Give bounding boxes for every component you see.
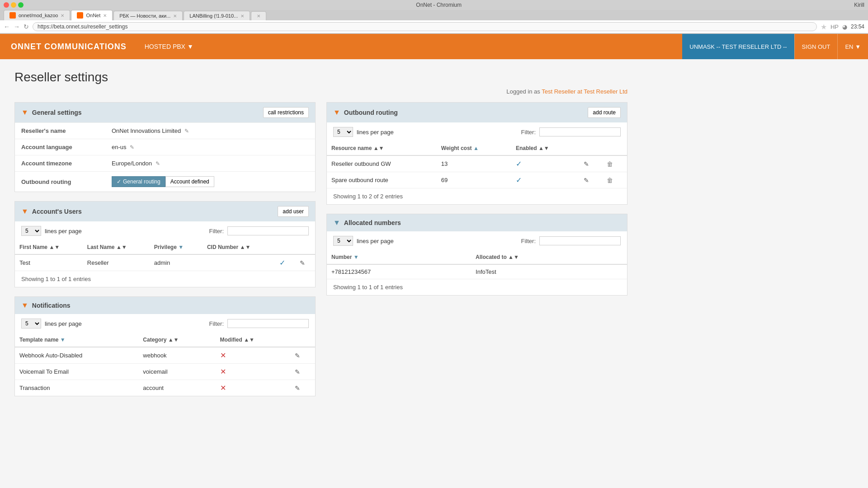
two-col-layout: ▼ General settings call restrictions Res… (14, 102, 627, 405)
table-row: Webhook Auto-Disabled webhook ✕ ✎ (15, 347, 315, 364)
number-value: +78121234567 (327, 264, 471, 279)
col-weight-cost-label: Weight cost (441, 145, 472, 151)
col-modified: Modified ▲▼ (216, 333, 291, 347)
route-edit-action[interactable]: ✎ (579, 155, 602, 172)
settings-row-language: Account language en-us ✎ (15, 139, 315, 155)
outbound-routing-table-header: Resource name ▲▼ Weight cost ▲ Enabled ▲… (327, 141, 627, 155)
add-user-button[interactable]: add user (278, 206, 309, 217)
back-button[interactable]: ← (4, 23, 10, 30)
notifications-section: ▼ Notifications 5 10 25 lines per page F… (14, 296, 316, 396)
col-weight-cost-sort[interactable]: ▲ (473, 145, 479, 151)
browser-user: Kirill (854, 2, 864, 8)
edit-notif-icon[interactable]: ✎ (295, 368, 300, 375)
col-template-name-sort[interactable]: ▼ (60, 337, 66, 343)
table-row: Spare outbound route 69 ✓ ✎ 🗑 (327, 172, 627, 188)
allocated-numbers-showing-text: Showing 1 to 1 of 1 entries (327, 279, 627, 295)
maximize-button[interactable] (18, 2, 24, 8)
tab-2-close[interactable]: ✕ (103, 13, 107, 18)
col-notif-actions (290, 333, 315, 347)
minimize-button[interactable] (11, 2, 16, 8)
col-first-name-sort[interactable]: ▲▼ (49, 244, 60, 250)
allocated-numbers-table-header: Number ▼ Allocated to ▲▼ (327, 250, 627, 264)
bookmark-icon[interactable]: ★ (821, 23, 827, 31)
notifications-header: ▼ Notifications (15, 297, 315, 314)
allocated-numbers-body: 5 10 25 lines per page Filter: Number (327, 231, 627, 295)
tab-3-close[interactable]: ✕ (173, 14, 177, 19)
browser-tabs: onnet/mod_kazoo ✕ OnNet ✕ РБК — Новости,… (0, 10, 868, 20)
col-weight-cost: Weight cost ▲ (437, 141, 511, 155)
users-table-header: First Name ▲▼ Last Name ▲▼ Privilege ▼ (15, 240, 315, 254)
browser-window-controls[interactable] (4, 2, 24, 8)
wifi-icon: ◕ (842, 23, 847, 30)
user-edit-action[interactable]: ✎ (295, 254, 315, 271)
outbound-routing-filter-input[interactable] (539, 127, 621, 136)
lang-chevron-icon: ▼ (855, 43, 861, 50)
route-edit-action[interactable]: ✎ (579, 172, 602, 188)
call-restrictions-button[interactable]: call restrictions (263, 107, 309, 118)
general-routing-button[interactable]: ✓ General routing (112, 176, 165, 187)
check-icon: ✓ (279, 259, 285, 267)
allocated-numbers-filter-input[interactable] (539, 236, 621, 245)
tab-4[interactable]: LANBilling (!1.9-010... ✕ (184, 11, 250, 20)
notifications-lines-per-page-select[interactable]: 5 10 25 (21, 319, 41, 328)
edit-user-icon[interactable]: ✎ (300, 259, 305, 267)
app-nav: HOSTED PBX ▼ (137, 39, 201, 54)
col-enabled-sort[interactable]: ▲▼ (538, 145, 549, 151)
delete-route-icon[interactable]: 🗑 (607, 160, 613, 168)
delete-route-icon[interactable]: 🗑 (607, 177, 613, 184)
forward-button[interactable]: → (14, 23, 20, 30)
notif-edit-action[interactable]: ✎ (290, 364, 315, 380)
tab-3[interactable]: РБК — Новости, аки... ✕ (113, 11, 183, 20)
tab-2[interactable]: OnNet ✕ (71, 10, 113, 20)
route-delete-action[interactable]: 🗑 (602, 155, 627, 172)
col-resource-name-sort[interactable]: ▲▼ (373, 145, 384, 151)
nav-hosted-pbx[interactable]: HOSTED PBX ▼ (137, 39, 201, 54)
allocated-numbers-lines-select[interactable]: 5 10 25 (333, 236, 353, 246)
col-cid-number-sort[interactable]: ▲▼ (240, 244, 251, 250)
col-or-delete (602, 141, 627, 155)
col-number: Number ▼ (327, 250, 471, 264)
edit-account-timezone-icon[interactable]: ✎ (156, 160, 160, 167)
users-filter-input[interactable] (227, 226, 309, 235)
route-resource-name: Spare outbound route (327, 172, 437, 188)
tab-4-close[interactable]: ✕ (241, 14, 244, 19)
account-defined-button[interactable]: Account defined (165, 176, 214, 187)
notif-edit-action[interactable]: ✎ (290, 380, 315, 396)
label-account-timezone: Account timezone (15, 155, 105, 172)
accounts-users-header: ▼ Account's Users add user (15, 202, 315, 221)
tab-5[interactable]: ✕ (251, 11, 266, 20)
col-resource-name: Resource name ▲▼ (327, 141, 437, 155)
col-modified-sort[interactable]: ▲▼ (244, 337, 255, 343)
outbound-routing-lines-select[interactable]: 5 10 25 (333, 127, 353, 137)
notifications-filter-input[interactable] (227, 319, 309, 328)
edit-route-icon[interactable]: ✎ (584, 160, 589, 168)
close-button[interactable] (4, 2, 9, 8)
browser-chrome: OnNet - Chromium Kirill onnet/mod_kazoo … (0, 0, 868, 34)
users-lines-per-page-select[interactable]: 5 10 25 (21, 226, 41, 236)
tab-1[interactable]: onnet/mod_kazoo ✕ (4, 10, 70, 20)
lang-button[interactable]: EN ▼ (837, 34, 868, 59)
address-bar[interactable] (33, 22, 817, 31)
edit-route-icon[interactable]: ✎ (584, 177, 589, 184)
col-last-name-sort[interactable]: ▲▼ (116, 244, 127, 250)
unmask-button[interactable]: UNMASK -- TEST RESELLER LTD -- (682, 34, 794, 59)
add-route-button[interactable]: add route (588, 107, 621, 118)
edit-resellers-name-icon[interactable]: ✎ (184, 128, 189, 134)
outbound-routing-table-controls: 5 10 25 lines per page Filter: (327, 122, 627, 141)
col-category-sort[interactable]: ▲▼ (168, 337, 179, 343)
col-privilege-sort[interactable]: ▼ (178, 244, 184, 250)
route-delete-action[interactable]: 🗑 (602, 172, 627, 188)
col-allocated-to-sort[interactable]: ▲▼ (508, 254, 519, 260)
edit-notif-icon[interactable]: ✎ (295, 352, 300, 359)
edit-account-language-icon[interactable]: ✎ (130, 144, 134, 150)
reload-button[interactable]: ↻ (24, 23, 29, 30)
notif-modified-icon: ✕ (216, 364, 291, 380)
tab-1-label: onnet/mod_kazoo (19, 13, 58, 18)
col-number-sort[interactable]: ▼ (354, 254, 359, 260)
signout-button[interactable]: SIGN OUT (794, 34, 838, 59)
tab-5-close[interactable]: ✕ (257, 14, 260, 19)
logged-in-user-link[interactable]: Test Reseller at Test Reseller Ltd (542, 88, 627, 95)
edit-notif-icon[interactable]: ✎ (295, 385, 300, 392)
tab-1-close[interactable]: ✕ (61, 13, 64, 18)
notif-edit-action[interactable]: ✎ (290, 347, 315, 364)
